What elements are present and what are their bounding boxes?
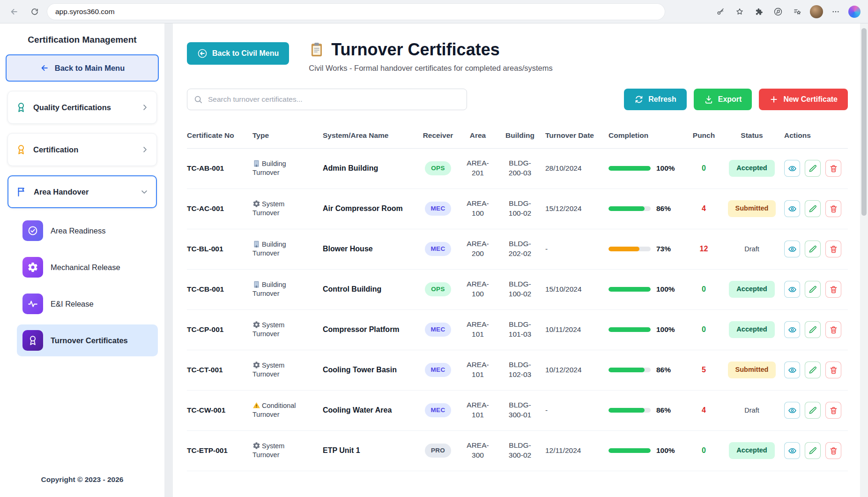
extensions-button[interactable]	[750, 3, 767, 20]
back-to-main-menu-button[interactable]: Back to Main Menu	[6, 54, 159, 82]
status-cell: Accepted	[723, 160, 784, 177]
page-scrollbar[interactable]	[860, 23, 868, 497]
copilot-icon[interactable]	[848, 6, 861, 18]
view-button[interactable]	[784, 281, 800, 298]
turnover-date: 10/12/2024	[545, 365, 608, 375]
view-button[interactable]	[784, 361, 800, 378]
progress-bar	[608, 247, 651, 251]
delete-button[interactable]	[825, 442, 841, 459]
sidebar-item-ei-release[interactable]: E&I Release	[17, 288, 158, 320]
gear-icon	[252, 361, 260, 369]
delete-button[interactable]	[825, 402, 841, 419]
chevron-right-icon	[141, 145, 149, 154]
view-button[interactable]	[784, 200, 800, 217]
sidebar-item-label: Mechanical Release	[51, 263, 120, 272]
completion-percent: 86%	[656, 365, 671, 375]
column-header: System/Area Name	[323, 131, 419, 140]
certificate-no: TC-CT-001	[187, 365, 252, 375]
receiver-badge: PRO	[425, 444, 451, 458]
browser-back-button[interactable]	[6, 3, 22, 20]
export-button[interactable]: Export	[694, 89, 752, 110]
table-row: TC-CW-001Conditional TurnoverCooling Wat…	[187, 391, 848, 431]
receiver-cell: OPS	[419, 161, 461, 175]
building-icon	[252, 240, 260, 248]
status-cell: Submitted	[723, 200, 784, 217]
refresh-button[interactable]: Refresh	[624, 89, 687, 110]
edit-button[interactable]	[805, 442, 821, 459]
sidebar-item-mechanical-release[interactable]: Mechanical Release	[17, 251, 158, 283]
sidebar-item-turnover-certificates[interactable]: Turnover Certificates	[17, 324, 158, 356]
type-cell: Building Turnover	[252, 159, 308, 178]
receiver-cell: MEC	[419, 202, 461, 216]
browser-menu-button[interactable]	[827, 3, 844, 20]
favorite-star-button[interactable]	[731, 3, 748, 20]
completion-percent: 100%	[656, 446, 675, 456]
type-cell: System Turnover	[252, 442, 308, 460]
delete-button[interactable]	[825, 321, 841, 338]
building-cell: BLDG-100-02	[498, 199, 545, 218]
delete-button[interactable]	[825, 361, 841, 378]
password-manager-button[interactable]	[712, 3, 729, 20]
star-icon	[735, 8, 744, 16]
progress-bar	[608, 368, 651, 372]
turnover-date: -	[545, 244, 608, 254]
edit-button[interactable]	[805, 200, 821, 217]
column-header: Type	[252, 131, 323, 140]
system-area-name: Control Building	[323, 284, 419, 294]
table-header: Certificate No Type System/Area Name Rec…	[187, 123, 848, 149]
sidebar-item-area-readiness[interactable]: Area Readiness	[17, 215, 158, 247]
status-cell: Draft	[723, 244, 784, 254]
edit-button[interactable]	[805, 361, 821, 378]
view-button[interactable]	[784, 442, 800, 459]
status-cell: Draft	[723, 406, 784, 415]
delete-button[interactable]	[825, 160, 841, 177]
receiver-badge: OPS	[425, 161, 451, 175]
search-input[interactable]	[187, 89, 467, 110]
receiver-badge: MEC	[425, 202, 451, 216]
music-icon	[773, 7, 783, 16]
sidebar-item-certification[interactable]: Certification	[7, 133, 157, 166]
progress-bar	[608, 327, 651, 332]
view-button[interactable]	[784, 402, 800, 419]
arrow-left-circle-icon	[197, 48, 208, 59]
view-button[interactable]	[784, 241, 800, 257]
status-badge: Accepted	[729, 281, 774, 298]
sidebar-item-quality-certifications[interactable]: Quality Certifications	[7, 91, 157, 124]
column-header: Certificate No	[187, 131, 252, 140]
media-button[interactable]	[770, 3, 786, 20]
view-button[interactable]	[784, 160, 800, 177]
punch-count: 12	[688, 244, 723, 254]
copyright: Copyright © 2023 - 2026	[0, 467, 164, 490]
browser-refresh-button[interactable]	[26, 3, 43, 20]
delete-button[interactable]	[825, 241, 841, 257]
delete-button[interactable]	[825, 200, 841, 217]
collections-button[interactable]	[789, 3, 806, 20]
completion-cell: 100%	[608, 446, 688, 456]
receiver-badge: OPS	[425, 282, 451, 296]
edit-button[interactable]	[805, 321, 821, 338]
status-badge: Submitted	[728, 200, 776, 217]
edit-button[interactable]	[805, 241, 821, 257]
sidebar-item-area-handover[interactable]: Area Handover	[7, 175, 157, 208]
check-circle-icon	[22, 220, 43, 241]
completion-cell: 100%	[608, 164, 688, 173]
profile-avatar[interactable]	[810, 5, 823, 18]
back-to-civil-menu-button[interactable]: Back to Civil Menu	[187, 42, 289, 65]
receiver-cell: MEC	[419, 363, 461, 377]
area-cell: AREA-101	[461, 320, 498, 339]
turnover-date: -	[545, 406, 608, 415]
page-title: Turnover Certificates	[309, 40, 553, 59]
actions-cell	[784, 321, 845, 338]
edit-button[interactable]	[805, 281, 821, 298]
scrollbar-thumb[interactable]	[861, 28, 867, 216]
delete-button[interactable]	[825, 281, 841, 298]
edit-button[interactable]	[805, 402, 821, 419]
actions-cell	[784, 442, 845, 459]
new-certificate-button[interactable]: New Certificate	[759, 89, 848, 110]
ellipsis-icon	[831, 8, 840, 16]
sidebar-scrollbar[interactable]	[164, 23, 173, 497]
view-button[interactable]	[784, 321, 800, 338]
address-bar[interactable]: app.syros360.com	[47, 3, 665, 20]
edit-button[interactable]	[805, 160, 821, 177]
building-cell: BLDG-100-02	[498, 279, 545, 299]
